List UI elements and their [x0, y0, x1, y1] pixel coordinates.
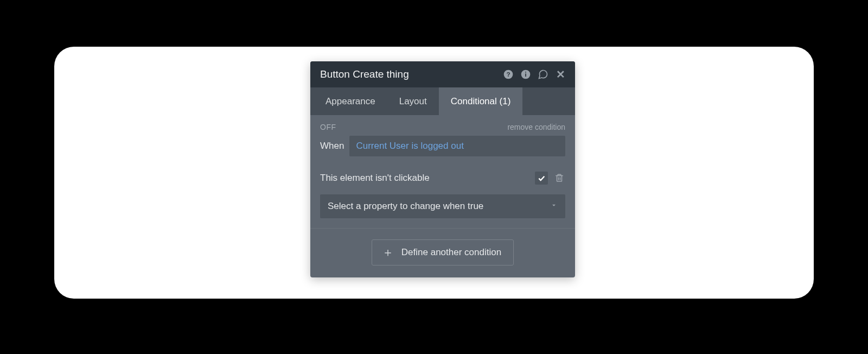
property-select[interactable]: Select a property to change when true: [320, 194, 565, 218]
panel-footer: ＋ Define another condition: [310, 228, 575, 277]
content-card: Button Create thing ? ✕ Appearance Layou…: [54, 47, 814, 299]
condition-expression-input[interactable]: Current User is logged out: [349, 136, 565, 156]
condition-header-row: OFF remove condition: [320, 123, 565, 131]
panel-title: Button Create thing: [320, 68, 497, 80]
condition-status-label: OFF: [320, 123, 336, 131]
tab-conditional[interactable]: Conditional (1): [439, 87, 523, 115]
close-icon[interactable]: ✕: [554, 68, 566, 80]
when-label: When: [320, 141, 344, 151]
define-button-label: Define another condition: [401, 247, 501, 258]
help-icon[interactable]: ?: [502, 68, 514, 80]
property-row: This element isn't clickable: [320, 172, 565, 185]
svg-rect-5: [557, 176, 562, 182]
property-select-placeholder: Select a property to change when true: [328, 201, 550, 212]
property-editor-panel: Button Create thing ? ✕ Appearance Layou…: [310, 61, 575, 277]
remove-condition-link[interactable]: remove condition: [507, 123, 565, 131]
panel-body: OFF remove condition When Current User i…: [310, 115, 575, 228]
caret-down-icon: [550, 201, 558, 212]
svg-text:?: ?: [506, 71, 510, 78]
tab-layout[interactable]: Layout: [387, 87, 439, 115]
tab-appearance[interactable]: Appearance: [314, 87, 387, 115]
plus-icon: ＋: [382, 246, 394, 258]
define-another-condition-button[interactable]: ＋ Define another condition: [372, 239, 514, 266]
property-checkbox[interactable]: [535, 172, 548, 185]
info-icon[interactable]: [520, 68, 532, 80]
property-label: This element isn't clickable: [320, 173, 529, 184]
svg-rect-3: [525, 73, 526, 77]
speech-bubble-icon[interactable]: [537, 68, 549, 80]
panel-titlebar: Button Create thing ? ✕: [310, 61, 575, 87]
when-row: When Current User is logged out: [320, 136, 565, 156]
tabs-bar: Appearance Layout Conditional (1): [310, 87, 575, 115]
svg-rect-4: [525, 72, 526, 73]
trash-icon[interactable]: [553, 172, 565, 184]
